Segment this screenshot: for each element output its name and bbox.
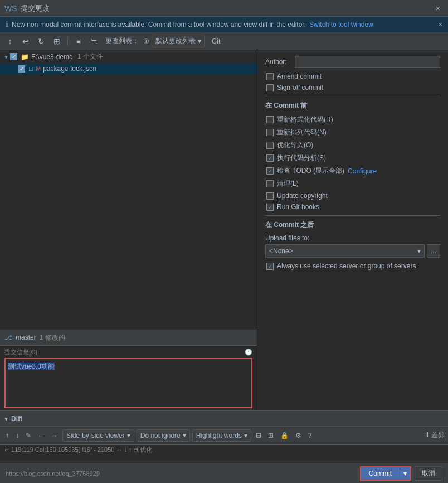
undo-icon[interactable]: ↩: [19, 35, 32, 48]
copyright-checkbox[interactable]: [266, 192, 274, 200]
changelist-dropdown[interactable]: 默认更改列表 ▾: [152, 35, 205, 47]
author-input[interactable]: [295, 56, 440, 68]
divider-1: [265, 96, 440, 96]
diff-highlight-label: Highlight words: [196, 432, 242, 439]
changelist-dropdown-arrow: ▾: [198, 37, 201, 45]
check-rearrange: 重新排列代码(N): [265, 128, 440, 137]
ignore-arrow: ▾: [183, 432, 186, 439]
cancel-button[interactable]: 取消: [415, 466, 442, 481]
branch-bar: ⎇ master 1 修改的: [0, 330, 257, 345]
cleanup-label: 清理(L): [277, 179, 299, 189]
diff-highlight-dropdown[interactable]: Highlight words ▾: [192, 429, 251, 442]
file-tree-area: ▾ ✓ 📁 E:\vue3-demo 1 个文件 ✓ ⊟ M package-l…: [0, 50, 257, 330]
banner-link[interactable]: Switch to tool window: [309, 21, 373, 28]
rearrange-checkbox[interactable]: [266, 129, 274, 136]
diff-down-icon[interactable]: ↓: [13, 429, 21, 442]
optimize-label: 优化导入(O): [277, 141, 313, 150]
file-type-icon: ⊟: [28, 65, 33, 73]
diff-collapse-icon[interactable]: ▾: [4, 415, 8, 423]
signoff-checkbox[interactable]: [266, 84, 274, 91]
diff-prev-icon[interactable]: ←: [36, 429, 47, 442]
tree-expand-icon[interactable]: ▾: [4, 53, 8, 61]
root-checkbox[interactable]: ✓: [10, 53, 17, 60]
upload-more-button[interactable]: ...: [427, 244, 440, 258]
commit-message-label-row: 在 Commit 前 提交信息(C) 🕐: [4, 348, 252, 356]
diff-lock-icon[interactable]: 🔒: [278, 429, 291, 442]
diff-edit-icon[interactable]: ✎: [23, 429, 33, 442]
upload-server-dropdown[interactable]: <None> ▾: [265, 244, 425, 258]
divider-2: [265, 215, 440, 216]
banner-close-icon[interactable]: ×: [439, 21, 442, 28]
app-window: WS 提交更改 × ℹ New non-modal commit interfa…: [0, 0, 448, 483]
refresh-icon[interactable]: ↻: [35, 35, 48, 48]
close-icon[interactable]: ×: [432, 3, 444, 14]
toolbar-separator: [67, 36, 68, 46]
diff-line-info: ↵ 119:119 Col:150 105035[ f16f - 21050 ↔…: [0, 445, 448, 455]
branch-modified: 1 修改的: [40, 333, 65, 342]
amend-commit-row: Amend commit: [265, 73, 440, 80]
analysis-checkbox[interactable]: [266, 154, 274, 162]
diff-split-icon[interactable]: ⊟: [254, 429, 264, 442]
diff-up-icon[interactable]: ↑: [3, 429, 11, 442]
footer-buttons: Commit ▾ 取消: [360, 466, 442, 481]
diff-viewer-dropdown[interactable]: Side-by-side viewer ▾: [62, 429, 134, 442]
app-icon: WS: [4, 4, 17, 13]
git-label: Git: [212, 37, 220, 45]
commit-label[interactable]: Commit: [361, 470, 400, 477]
commit-button[interactable]: Commit ▾: [360, 466, 411, 481]
banner-text: New non-modal commit interface is availa…: [12, 21, 306, 28]
always-use-checkbox[interactable]: [266, 263, 274, 270]
diff-next-icon[interactable]: →: [49, 429, 60, 442]
commit-highlighted-text: 测试vue3.0功能: [8, 363, 55, 370]
amend-commit-checkbox[interactable]: [266, 73, 274, 80]
configure-link[interactable]: Configure: [348, 167, 377, 175]
commit-message-area: 在 Commit 前 提交信息(C) 🕐 测试vue3.0功能: [0, 345, 257, 410]
always-use-row: Always use selected server or group of s…: [265, 262, 440, 270]
changelist-value: 默认更改列表: [155, 36, 196, 46]
file-checkbox[interactable]: ✓: [18, 65, 25, 73]
check-githooks: Run Git hooks: [265, 203, 440, 211]
commit-dropdown-arrow[interactable]: ▾: [400, 470, 410, 477]
commit-label-text: 在 Commit 前 提交信息(C): [4, 348, 37, 356]
diff-title: Diff: [11, 415, 22, 423]
main-toolbar: ↕ ↩ ↻ ⊞ ≡ ≒ 更改列表： ① 默认更改列表 ▾ Git: [0, 32, 448, 50]
diff-settings-icon[interactable]: ⚙: [293, 429, 304, 442]
check-copyright: Update copyright: [265, 192, 440, 200]
diff-help-icon[interactable]: ?: [306, 429, 314, 442]
diff-count: 1 差异: [426, 431, 445, 440]
commit-message-input[interactable]: 测试vue3.0功能: [4, 358, 252, 408]
check-cleanup: 清理(L): [265, 179, 440, 189]
always-use-label: Always use selected server or group of s…: [277, 262, 416, 270]
root-file-count: 1 个文件: [77, 52, 103, 61]
highlight-arrow: ▾: [244, 432, 247, 439]
list-view-icon[interactable]: ≡: [72, 35, 85, 48]
cleanup-checkbox[interactable]: [266, 180, 274, 187]
diff-viewer-label: Side-by-side viewer: [66, 432, 125, 439]
author-label: Author:: [265, 58, 290, 66]
group-icon[interactable]: ⊞: [50, 35, 64, 48]
move-icon[interactable]: ↕: [3, 35, 17, 48]
diff-grid-icon[interactable]: ⊞: [266, 429, 276, 442]
file-item[interactable]: ✓ ⊟ M package-lock.json: [0, 63, 257, 74]
root-folder-name: E:\vue3-demo: [31, 53, 73, 61]
footer: https://blog.csdn.net/qq_37768929 Commit…: [0, 463, 448, 483]
branch-name: master: [16, 334, 36, 341]
optimize-checkbox[interactable]: [266, 142, 274, 149]
githooks-checkbox[interactable]: [266, 204, 274, 211]
upload-label: Upload files to:: [265, 234, 440, 242]
todo-checkbox[interactable]: [266, 167, 274, 175]
clock-icon[interactable]: 🕐: [245, 349, 252, 356]
diff-ignore-dropdown[interactable]: Do not ignore ▾: [137, 429, 190, 442]
todo-label: 检查 TODO (显示全部): [277, 166, 344, 176]
title-bar: WS 提交更改 ×: [0, 0, 448, 17]
after-commit-header: 在 Commit 之后: [265, 220, 440, 230]
title-bar-text: 提交更改: [21, 3, 50, 13]
author-row: Author:: [265, 56, 440, 68]
title-bar-left: WS 提交更改: [4, 3, 50, 13]
check-todo: 检查 TODO (显示全部) Configure: [265, 166, 440, 176]
sort-icon[interactable]: ≒: [87, 35, 101, 48]
reformat-checkbox[interactable]: [266, 116, 274, 123]
cancel-label: 取消: [422, 468, 435, 478]
analysis-label: 执行代码分析(S): [277, 153, 326, 163]
folder-icon: 📁: [21, 53, 29, 61]
